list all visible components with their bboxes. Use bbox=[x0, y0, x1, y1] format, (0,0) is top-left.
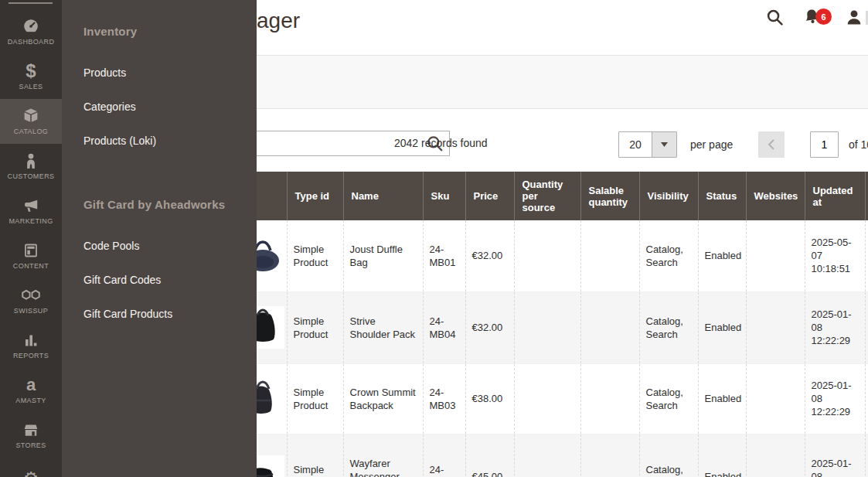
menu-item-gift-card-codes[interactable]: Gift Card Codes bbox=[83, 274, 241, 286]
sidebar-item-system[interactable]: ⚙ bbox=[0, 458, 62, 477]
megaphone-icon bbox=[22, 197, 39, 214]
flyout-section-heading: Inventory bbox=[83, 25, 241, 38]
table-row[interactable]: Simple Product Strive Shoulder Pack 24-M… bbox=[195, 291, 868, 363]
bar-chart-icon bbox=[23, 332, 39, 349]
page-title: ager bbox=[257, 9, 300, 33]
grid-header-row: Thumbnail Type id Name Sku Price Quantit… bbox=[195, 172, 868, 220]
column-header-websites[interactable]: Websites bbox=[746, 172, 805, 220]
sidebar-item-sales[interactable]: $ SALES bbox=[0, 54, 62, 99]
notification-count-badge[interactable]: 6 bbox=[815, 9, 832, 25]
page-size-value: 20 bbox=[619, 132, 652, 157]
table-row[interactable]: Simple Product Crown Summit Backpack 24-… bbox=[195, 363, 868, 434]
catalog-flyout-menu: Inventory Products Categories Products (… bbox=[62, 0, 257, 477]
sidebar-item-stores[interactable]: STORES bbox=[0, 413, 62, 458]
gear-icon: ⚙ bbox=[23, 470, 39, 477]
dollar-icon: $ bbox=[26, 63, 36, 80]
table-row[interactable]: Simple Product Joust Duffle Bag 24-MB01 … bbox=[195, 220, 868, 291]
dashboard-gauge-icon bbox=[22, 18, 39, 35]
previous-page-button[interactable] bbox=[758, 131, 785, 158]
menu-item-code-pools[interactable]: Code Pools bbox=[83, 240, 241, 252]
page-size-caret-icon[interactable] bbox=[652, 132, 676, 157]
column-header-name[interactable]: Name bbox=[343, 172, 423, 220]
per-page-label: per page bbox=[690, 138, 733, 151]
column-header-type-id[interactable]: Type id bbox=[287, 172, 343, 220]
column-header-price[interactable]: Price bbox=[465, 172, 514, 220]
column-header-updated-at[interactable]: Updated at bbox=[805, 172, 865, 220]
current-page-input[interactable] bbox=[810, 131, 839, 158]
records-found-label: 2042 records found bbox=[394, 137, 488, 149]
amasty-logo-icon: a bbox=[26, 376, 36, 394]
menu-item-products[interactable]: Products bbox=[83, 66, 241, 79]
sidebar-item-swissup[interactable]: SWISSUP bbox=[0, 278, 62, 323]
sidebar-item-marketing[interactable]: MARKETING bbox=[0, 189, 62, 233]
column-header-visibility[interactable]: Visibility bbox=[639, 172, 698, 220]
page-size-select[interactable]: 20 bbox=[618, 131, 677, 158]
menu-item-products-loki[interactable]: Products (Loki) bbox=[83, 135, 241, 147]
person-icon bbox=[23, 152, 39, 169]
flyout-section-heading: Gift Card by Aheadworks bbox=[83, 198, 241, 211]
sidebar-item-reports[interactable]: REPORTS bbox=[0, 323, 62, 368]
twin-cubes-icon bbox=[20, 287, 42, 304]
sidebar-item-customers[interactable]: CUSTOMERS bbox=[0, 144, 62, 189]
sidebar-item-amasty[interactable]: a AMASTY bbox=[0, 368, 62, 413]
admin-sidebar: DASHBOARD $ SALES CATALOG CUSTOMERS MARK… bbox=[0, 0, 62, 477]
sidebar-item-dashboard[interactable]: DASHBOARD bbox=[0, 9, 62, 54]
column-header-sku[interactable]: Sku bbox=[423, 172, 465, 220]
product-box-icon bbox=[22, 107, 39, 124]
menu-item-categories[interactable]: Categories bbox=[83, 101, 241, 113]
product-grid: Thumbnail Type id Name Sku Price Quantit… bbox=[195, 172, 868, 477]
table-row[interactable]: Simple Product Wayfarer Messenger Bag 24… bbox=[195, 434, 868, 477]
storefront-icon bbox=[22, 421, 39, 438]
magento-logo[interactable] bbox=[9, 2, 53, 4]
column-header-salable-quantity[interactable]: Salable quantity bbox=[580, 172, 639, 220]
sidebar-item-content[interactable]: CONTENT bbox=[0, 233, 62, 278]
menu-item-gift-card-products[interactable]: Gift Card Products bbox=[83, 308, 241, 320]
total-pages-label: of 103 bbox=[849, 138, 868, 151]
column-header-status[interactable]: Status bbox=[698, 172, 746, 220]
page-layout-icon bbox=[23, 242, 39, 259]
global-search-icon[interactable] bbox=[767, 9, 784, 29]
admin-user-icon[interactable] bbox=[846, 9, 862, 28]
column-header-filler bbox=[865, 172, 868, 220]
sidebar-item-catalog[interactable]: CATALOG bbox=[0, 99, 62, 144]
column-header-quantity-per-source[interactable]: Quantity per source bbox=[514, 172, 580, 220]
